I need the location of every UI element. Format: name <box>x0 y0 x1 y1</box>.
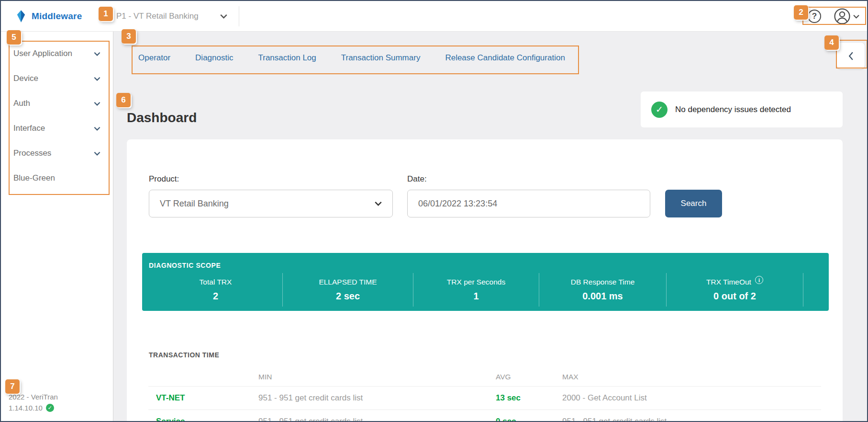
header-max: MAX <box>562 373 821 381</box>
stat-value: 0 out of 2 <box>713 291 756 302</box>
stat-value: 2 <box>213 291 218 302</box>
date-label: Date: <box>407 174 650 184</box>
stat-label: DB Response Time <box>571 278 635 286</box>
row-name: VT-NET <box>148 393 258 403</box>
help-button[interactable]: ? <box>808 10 821 23</box>
table-row: Service 951 - 951 get credit cards list … <box>148 410 821 421</box>
title-row: Dashboard ✓ No dependency issues detecte… <box>127 91 843 127</box>
sidebar-item-blue-green[interactable]: Blue-Green <box>1 166 113 191</box>
sidebar-item-label: Blue-Green <box>13 173 55 183</box>
stat-db-response-time: DB Response Time 0.001 ms <box>539 273 667 307</box>
app-body: User Application Device Auth Interface P… <box>1 32 867 421</box>
sidebar-item-label: Auth <box>13 99 30 108</box>
table-row: VT-NET 951 - 951 get credit cards list 1… <box>148 387 821 410</box>
header-min: MIN <box>258 373 496 381</box>
user-icon <box>834 8 851 25</box>
tab-transaction-log[interactable]: Transaction Log <box>258 53 316 63</box>
transaction-time-title: TRANSACTION TIME <box>149 351 821 359</box>
annotation-badge-6: 6 <box>116 93 131 107</box>
product-select-value: VT Retail Banking <box>160 199 229 209</box>
tab-transaction-summary[interactable]: Transaction Summary <box>341 53 421 63</box>
transaction-time-table: MIN AVG MAX VT-NET 951 - 951 get credit … <box>148 367 821 421</box>
sidebar: User Application Device Auth Interface P… <box>1 32 113 421</box>
stat-trx-per-seconds: TRX per Seconds 1 <box>413 273 539 307</box>
row-max: 951 - 951 get credit cards list <box>562 417 821 421</box>
row-max: 2000 - Get Account List <box>562 393 821 403</box>
sidebar-item-label: Interface <box>13 124 45 133</box>
tab-diagnostic[interactable]: Diagnostic <box>195 53 233 63</box>
annotation-badge-4: 4 <box>824 35 839 50</box>
page-content: Dashboard ✓ No dependency issues detecte… <box>113 91 867 421</box>
app-window: Middleware P1 - VT Retail Banking ? <box>0 0 868 422</box>
diagnostic-scope-title: DIAGNOSTIC SCOPE <box>149 262 829 269</box>
chevron-down-icon <box>94 52 100 56</box>
chevron-down-icon <box>375 201 382 206</box>
stat-value: 2 sec <box>336 291 360 302</box>
product-field: Product: VT Retail Banking <box>149 174 393 217</box>
chevron-down-icon <box>94 151 100 156</box>
sidebar-footer: 2022 - VeriTran 1.14.10.10 ✓ <box>9 391 58 414</box>
stat-trx-timeout: TRX TimeOut i 0 out of 2 <box>667 273 803 307</box>
page-title: Dashboard <box>127 110 197 125</box>
help-icon: ? <box>812 11 817 21</box>
stat-total-trx: Total TRX 2 <box>149 273 283 307</box>
dependency-status-card: ✓ No dependency issues detected <box>641 91 843 127</box>
dashboard-card: Product: VT Retail Banking Date: <box>127 139 843 421</box>
search-button[interactable]: Search <box>665 190 722 217</box>
tab-operator[interactable]: Operator <box>138 53 170 63</box>
chevron-down-icon <box>220 14 227 19</box>
chevron-down-icon <box>853 14 859 19</box>
stat-label: ELLAPSED TIME <box>319 278 377 286</box>
middleware-logo-icon <box>15 10 27 23</box>
annotation-badge-7: 7 <box>5 379 20 394</box>
tab-bar: Operator Diagnostic Transaction Log Tran… <box>113 32 867 77</box>
chevron-down-icon <box>94 77 100 81</box>
date-field: Date: <box>407 174 650 217</box>
tab-release-candidate-configuration[interactable]: Release Candidate Configuration <box>445 53 565 63</box>
sidebar-item-label: Processes <box>13 148 51 158</box>
diagnostic-scope-banner: DIAGNOSTIC SCOPE Total TRX 2 ELLAPSED TI… <box>142 253 829 311</box>
stat-label-text: TRX TimeOut <box>706 278 751 286</box>
brand-name: Middleware <box>32 11 82 22</box>
brand-logo: Middleware <box>15 10 82 23</box>
stat-label: TRX per Seconds <box>447 278 505 286</box>
stat-ellapsed-time: ELLAPSED TIME 2 sec <box>283 273 413 307</box>
dependency-status-text: No dependency issues detected <box>675 105 791 114</box>
date-input[interactable] <box>407 190 650 217</box>
version-check-icon: ✓ <box>46 404 54 412</box>
info-icon[interactable]: i <box>755 276 763 284</box>
sidebar-item-device[interactable]: Device <box>1 66 113 91</box>
sidebar-item-user-application[interactable]: User Application <box>1 41 113 66</box>
header-avg: AVG <box>496 373 562 381</box>
version-number: 1.14.10.10 <box>9 402 43 413</box>
chevron-left-icon <box>848 52 854 60</box>
table-header-row: MIN AVG MAX <box>148 367 821 387</box>
annotation-badge-3: 3 <box>122 29 136 44</box>
row-avg: 0 sec <box>496 417 562 421</box>
collapse-panel-button[interactable] <box>837 43 865 69</box>
product-label: Product: <box>149 174 393 184</box>
profile-menu[interactable] <box>834 8 859 25</box>
sidebar-item-processes[interactable]: Processes <box>1 141 113 166</box>
chevron-down-icon <box>94 126 100 131</box>
topbar-actions: ? <box>808 1 859 32</box>
success-check-icon: ✓ <box>651 102 668 118</box>
sidebar-item-auth[interactable]: Auth <box>1 91 113 116</box>
stat-value: 1 <box>473 291 479 302</box>
sidebar-item-label: Device <box>13 74 38 83</box>
topbar-divider <box>239 6 239 26</box>
row-min: 951 - 951 get credit cards list <box>258 417 496 421</box>
main-area: Operator Diagnostic Transaction Log Tran… <box>113 32 867 421</box>
sidebar-item-label: User Application <box>13 49 72 58</box>
product-select[interactable]: VT Retail Banking <box>149 190 393 217</box>
row-avg: 13 sec <box>496 393 562 403</box>
stat-label: TRX TimeOut i <box>706 278 763 286</box>
filter-row: Product: VT Retail Banking Date: <box>127 139 843 217</box>
sidebar-item-interface[interactable]: Interface <box>1 116 113 141</box>
environment-selector[interactable]: P1 - VT Retail Banking <box>116 1 227 32</box>
top-bar: Middleware P1 - VT Retail Banking ? <box>1 1 867 32</box>
row-name: Service <box>148 417 258 421</box>
stat-label: Total TRX <box>200 278 232 286</box>
row-min: 951 - 951 get credit cards list <box>258 393 496 403</box>
chevron-down-icon <box>94 102 100 106</box>
